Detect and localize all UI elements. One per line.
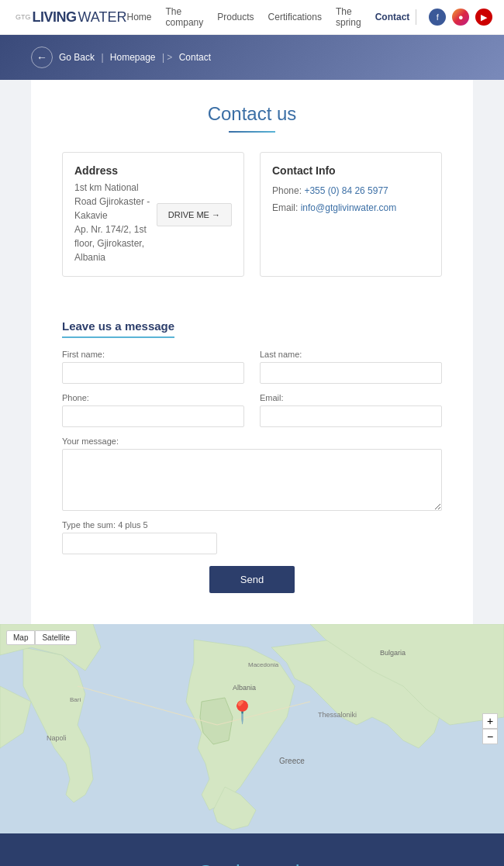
send-button[interactable]: Send (209, 566, 295, 593)
captcha-label: Type the sum: 4 plus 5 (62, 520, 442, 530)
last-name-input[interactable] (260, 362, 442, 384)
phone-label: Phone: (272, 185, 304, 196)
map-svg: Albania Greece Bulgaria Macedonia Thessa… (0, 624, 504, 833)
address-title: Address (74, 164, 157, 177)
facebook-icon[interactable]: f (429, 9, 446, 26)
svg-text:Bulgaria: Bulgaria (380, 649, 406, 657)
first-name-input[interactable] (62, 362, 244, 384)
svg-text:Albania: Albania (233, 684, 256, 692)
hero-breadcrumb: ← Go Back | Homepage | > Contact (0, 35, 504, 80)
address-box: Address 1st km National Road Gjirokaster… (62, 152, 244, 277)
email-label: Email: (272, 202, 301, 213)
nav-social: f ● ▶ (409, 9, 492, 26)
first-name-label: First name: (62, 350, 244, 359)
email-input[interactable] (260, 405, 442, 427)
get-in-touch-section: Get in touch EMAIL info@gtglivingwater.c… (0, 833, 504, 866)
map-tabs: Map Satellite (6, 630, 77, 645)
instagram-icon[interactable]: ● (452, 9, 469, 26)
nav-products[interactable]: Products (217, 12, 254, 22)
navbar: GTG LIVING WATER Home The company Produc… (0, 0, 504, 35)
contact-info-title: Contact Info (272, 164, 430, 177)
title-underline (229, 131, 275, 133)
map-tab-satellite[interactable]: Satellite (35, 630, 77, 645)
svg-text:Bari: Bari (70, 696, 81, 703)
nav-company[interactable]: The company (166, 6, 204, 28)
message-textarea[interactable] (62, 449, 442, 511)
nav-divider (416, 9, 416, 25)
nav-spring[interactable]: The spring (336, 6, 361, 28)
page-title: Contact us (62, 103, 442, 125)
phone-link[interactable]: +355 (0) 84 26 5977 (304, 185, 388, 196)
first-name-group: First name: (62, 350, 244, 384)
nav-certifications[interactable]: Certifications (268, 12, 322, 22)
last-name-group: Last name: (260, 350, 442, 384)
info-row: Address 1st km National Road Gjirokaster… (62, 152, 442, 277)
zoom-in-button[interactable]: + (482, 713, 498, 729)
git-title: Get in touch (31, 861, 473, 866)
svg-text:Napoli: Napoli (47, 734, 67, 742)
message-row: Your message: (62, 436, 442, 511)
phone-group: Phone: (62, 393, 244, 427)
logo-gtg: GTG (16, 13, 31, 21)
drive-me-button[interactable]: DRIVE ME → (157, 203, 232, 226)
youtube-icon[interactable]: ▶ (475, 9, 492, 26)
nav-links: Home The company Products Certifications… (127, 6, 410, 28)
message-group: Your message: (62, 436, 442, 511)
last-name-label: Last name: (260, 350, 442, 359)
contact-info-box: Contact Info Phone: +355 (0) 84 26 5977 … (260, 152, 442, 277)
svg-text:Thessaloniki: Thessaloniki (318, 711, 357, 719)
logo-water: WATER (78, 9, 127, 26)
nav-contact[interactable]: Contact (375, 12, 410, 22)
phone-email-row: Phone: Email: (62, 393, 442, 427)
main-card: Contact us Address 1st km National Road … (31, 80, 473, 624)
breadcrumb: Go Back | Homepage | > Contact (59, 52, 211, 63)
svg-text:Greece: Greece (279, 757, 305, 765)
zoom-out-button[interactable]: − (482, 729, 498, 744)
phone-field-label: Phone: (62, 393, 244, 402)
nav-home[interactable]: Home (127, 12, 152, 22)
email-field-label: Email: (260, 393, 442, 402)
phone-input[interactable] (62, 405, 244, 427)
map-tab-map[interactable]: Map (6, 630, 35, 645)
email-group: Email: (260, 393, 442, 427)
logo: GTG LIVING WATER (16, 9, 127, 26)
name-row: First name: Last name: (62, 350, 442, 384)
back-button[interactable]: ← (31, 47, 53, 68)
email-link[interactable]: info@gtglivinwater.com (301, 202, 397, 213)
map-zoom: + − (482, 713, 498, 744)
logo-living: LIVING (33, 9, 77, 26)
back-label[interactable]: Go Back (59, 52, 95, 63)
breadcrumb-sep1: | (101, 52, 105, 63)
address-line1: 1st km National Road Gjirokaster - Kakav… (74, 182, 150, 221)
form-title: Leave us a message (62, 319, 174, 338)
map-pin: 📍 (229, 699, 256, 725)
current-page: Contact (179, 52, 211, 63)
message-label: Your message: (62, 436, 442, 446)
address-content: Address 1st km National Road Gjirokaster… (74, 164, 157, 264)
form-section: Leave us a message First name: Last name… (62, 300, 442, 601)
svg-text:Macedonia: Macedonia (248, 661, 279, 668)
map-container: Albania Greece Bulgaria Macedonia Thessa… (0, 624, 504, 833)
address-line2: Ap. Nr. 174/2, 1st floor, Gjirokaster, A… (74, 224, 147, 263)
homepage-link[interactable]: Homepage (110, 52, 156, 63)
captcha-group: Type the sum: 4 plus 5 (62, 520, 442, 554)
breadcrumb-sep2: | > (162, 52, 175, 63)
captcha-input[interactable] (62, 533, 217, 554)
